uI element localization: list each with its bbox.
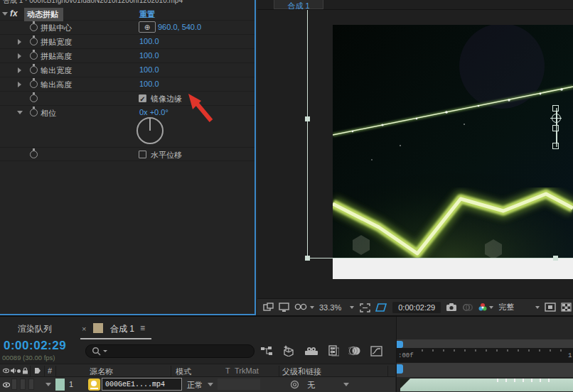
panel-menu-icon[interactable]: ≡ [140, 323, 145, 333]
layer-bound-bottom-edge[interactable] [307, 258, 573, 258]
layer-handle-right-top[interactable] [552, 105, 559, 111]
chevron-right-icon[interactable] [18, 67, 21, 73]
comp1-tab[interactable]: × 合成 1 ≡ [80, 320, 153, 337]
solo-toggle-cell[interactable] [20, 379, 26, 390]
work-area-start-handle[interactable] [397, 364, 403, 374]
horizontal-shift-checkbox[interactable] [139, 151, 146, 158]
property-value[interactable]: 960.0, 540.0 [158, 23, 201, 31]
target-region-icon[interactable] [545, 303, 556, 312]
draft-3d-icon[interactable] [282, 345, 295, 356]
layer-handle-bottom-right[interactable] [553, 256, 558, 261]
property-value[interactable]: 100.0 [139, 80, 159, 88]
layer-source-name[interactable]: 000GeE1....mp4 [102, 378, 182, 391]
transparency-grid-icon[interactable] [561, 303, 572, 312]
parent-dropdown-chevron[interactable] [343, 383, 349, 386]
timeline-column-header: # 源名称 模式 T TrkMat 父级和链接 [0, 364, 395, 377]
frame-blending-icon[interactable] [328, 345, 339, 356]
motion-blur-icon[interactable] [348, 346, 361, 356]
layer-video-eye-icon[interactable] [3, 382, 10, 388]
solo-icon[interactable] [17, 369, 21, 373]
parent-dropdown[interactable]: 无 [307, 380, 315, 391]
property-value[interactable]: 100.0 [139, 51, 159, 60]
stopwatch-icon[interactable] [30, 38, 38, 45]
layer-bound-left-edge[interactable] [307, 10, 308, 258]
show-snapshot-icon[interactable] [462, 303, 473, 312]
frame-rate-info: 00089 (30.00 fps) [2, 354, 55, 361]
anchor-point-icon[interactable] [552, 114, 561, 123]
trkmat-cell[interactable] [218, 379, 260, 390]
fx-icon: fx [10, 9, 18, 18]
magnification-dropdown[interactable]: 33.3% [319, 303, 354, 312]
property-value[interactable]: 100.0 [139, 37, 159, 45]
resolution-dropdown[interactable]: 完整 [498, 302, 540, 312]
column-mode[interactable]: 模式 [176, 366, 191, 377]
mask-visibility-icon[interactable] [375, 303, 387, 312]
column-index[interactable]: # [48, 366, 52, 375]
layer-handle-right-bottom[interactable] [552, 143, 559, 149]
stopwatch-icon[interactable] [30, 52, 38, 60]
chevron-right-icon[interactable] [18, 53, 21, 59]
snapshot-camera-icon[interactable] [446, 303, 457, 312]
column-parent-link[interactable]: 父级和链接 [282, 366, 321, 377]
tile-center-crosshair-button[interactable]: ⊕ [139, 21, 156, 33]
lock-toggle-cell[interactable] [28, 379, 34, 390]
layer-index: 1 [69, 380, 73, 388]
parent-pickwhip-icon[interactable] [290, 380, 299, 389]
effect-name[interactable]: 动态拼贴 [24, 8, 63, 21]
effect-controls-panel: 合成 1 · 000fcB1fgn0v01fdaoN2010f1200hf120… [0, 0, 256, 315]
chevron-down-icon[interactable] [17, 111, 23, 114]
chevron-down-icon[interactable] [2, 12, 8, 16]
phase-value[interactable]: 0x +0.0° [139, 108, 168, 116]
graph-editor-icon[interactable] [370, 346, 382, 356]
layer-expand-chevron[interactable] [45, 383, 51, 386]
region-of-interest-icon[interactable] [359, 303, 370, 312]
close-tab-icon[interactable]: × [82, 325, 86, 333]
viewer-timecode[interactable]: 0:00:02:29 [392, 302, 441, 313]
timeline-search-input[interactable] [85, 344, 255, 358]
mirror-edges-checkbox[interactable]: ✓ [139, 94, 146, 102]
stopwatch-icon[interactable] [30, 23, 38, 31]
stopwatch-icon[interactable] [30, 66, 38, 74]
show-channels-icon[interactable] [478, 303, 493, 312]
reset-link[interactable]: 重置 [139, 9, 155, 20]
main-viewer-icon[interactable] [279, 303, 289, 312]
layer-row[interactable]: 1 000GeE1....mp4 正常 无 [0, 377, 395, 392]
lock-icon[interactable] [22, 367, 28, 374]
column-t[interactable]: T [225, 366, 230, 375]
audio-speaker-icon[interactable] [10, 367, 16, 374]
effect-panel-source-title: 合成 1 · 000fcB1fgn0v01fdaoN2010f1200hf120… [0, 0, 256, 7]
layer-handle-bottom-left[interactable] [305, 256, 310, 261]
video-eye-icon[interactable] [3, 368, 9, 374]
3d-glasses-icon[interactable] [294, 303, 314, 312]
stopwatch-icon[interactable] [30, 109, 38, 116]
property-value[interactable]: 100.0 [139, 65, 159, 74]
column-trkmat[interactable]: TrkMat [235, 366, 259, 375]
viewer-tab-comp1[interactable]: 合成 1 [274, 0, 323, 9]
column-source-name[interactable]: 源名称 [90, 366, 113, 377]
chevron-right-icon[interactable] [18, 82, 21, 87]
render-queue-tab[interactable]: 渲染队列 [18, 323, 52, 335]
stopwatch-icon[interactable] [30, 94, 38, 102]
current-time-display[interactable]: 0:00:02:29 [4, 339, 66, 353]
audio-toggle-cell[interactable] [11, 379, 17, 390]
ruler-start-label: :00f [398, 352, 414, 359]
property-label: 输出宽度 [41, 65, 72, 76]
current-time-indicator-handle[interactable] [397, 341, 403, 348]
property-row-output-width: 输出宽度 100.0 [0, 63, 255, 77]
phase-dial[interactable] [136, 117, 164, 144]
blend-mode-chevron[interactable] [208, 383, 213, 386]
chevron-right-icon[interactable] [18, 39, 21, 45]
layer-color-swatch[interactable] [55, 379, 65, 391]
stopwatch-icon[interactable] [30, 80, 38, 88]
blend-mode-dropdown[interactable]: 正常 [187, 380, 203, 391]
layer-handle-right-mid[interactable] [552, 125, 559, 131]
layer-duration-bar[interactable] [400, 379, 573, 391]
composition-mini-flowchart-icon[interactable] [260, 346, 273, 356]
hide-shy-layers-icon[interactable] [304, 346, 318, 356]
stopwatch-icon[interactable] [30, 151, 38, 158]
label-tag-icon[interactable] [34, 367, 41, 374]
always-preview-icon[interactable] [263, 303, 274, 312]
property-row-tile-height: 拼贴高度 100.0 [0, 49, 255, 63]
layer-handle-left-mid[interactable] [305, 116, 310, 121]
time-ruler[interactable]: :00f 1 [397, 348, 573, 362]
